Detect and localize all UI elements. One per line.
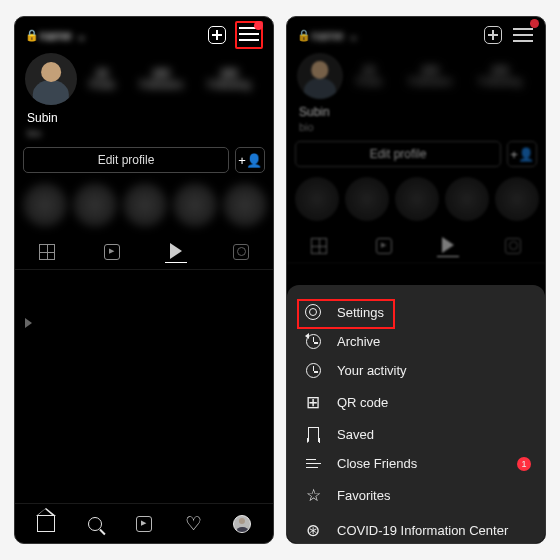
- profile-row: ##Posts ###Followers ###Following: [15, 53, 273, 109]
- bio: bio: [287, 121, 545, 141]
- menu-label: Your activity: [337, 363, 407, 378]
- create-button[interactable]: [205, 23, 229, 47]
- menu-qr[interactable]: ⊞ QR code: [287, 385, 545, 420]
- tab-reels[interactable]: [101, 241, 123, 263]
- edit-profile-button[interactable]: Edit profile: [23, 147, 229, 173]
- play-icon: [442, 237, 454, 253]
- notification-dot: [254, 21, 263, 30]
- tab-video[interactable]: [437, 235, 459, 257]
- menu-covid[interactable]: ⊛ COVID-19 Information Center: [287, 513, 545, 544]
- notification-dot: [530, 19, 539, 28]
- menu-settings[interactable]: Settings: [287, 297, 545, 327]
- bookmark-icon: [303, 427, 323, 442]
- menu-sheet: Settings Archive Your activity ⊞ QR code…: [287, 285, 545, 543]
- video-indicator-icon: [25, 318, 32, 328]
- edit-row: Edit profile +👤: [15, 147, 273, 183]
- menu-label: Saved: [337, 427, 374, 442]
- reels-icon: [104, 244, 120, 260]
- profile-row: ##Posts ###Followers ###Following: [287, 53, 545, 103]
- nav-home[interactable]: [34, 512, 58, 536]
- activity-icon: [303, 363, 323, 378]
- covid-icon: ⊛: [303, 520, 323, 541]
- header: 🔒 name ⌄: [287, 17, 545, 53]
- plus-icon: [484, 26, 502, 44]
- menu-label: COVID-19 Information Center: [337, 523, 508, 538]
- tab-tagged[interactable]: [502, 235, 524, 257]
- avatar[interactable]: [25, 53, 77, 105]
- nav-reels[interactable]: [132, 512, 156, 536]
- tab-reels[interactable]: [373, 235, 395, 257]
- heart-icon: ♡: [185, 514, 202, 533]
- menu-label: Settings: [337, 305, 384, 320]
- stats[interactable]: ##Posts ###Followers ###Following: [343, 65, 535, 87]
- menu-label: Archive: [337, 334, 380, 349]
- search-icon: [88, 517, 102, 531]
- gear-icon: [303, 304, 323, 320]
- profile-icon: [233, 515, 251, 533]
- username-dropdown[interactable]: name ⌄: [39, 28, 87, 43]
- header: 🔒 name ⌄: [15, 17, 273, 53]
- menu-label: QR code: [337, 395, 388, 410]
- stats[interactable]: ##Posts ###Followers ###Following: [77, 68, 263, 90]
- reels-icon: [376, 238, 392, 254]
- menu-activity[interactable]: Your activity: [287, 356, 545, 385]
- phone-left: 🔒 name ⌄ ##Posts ###Followers ###Followi…: [14, 16, 274, 544]
- play-icon: [170, 243, 182, 259]
- tab-tagged[interactable]: [230, 241, 252, 263]
- grid-icon: [311, 238, 327, 254]
- home-icon: [37, 516, 55, 532]
- menu-label: Favorites: [337, 488, 390, 503]
- phone-right: 🔒 name ⌄ ##Posts ###Followers ###Followi…: [286, 16, 546, 544]
- reels-icon: [136, 516, 152, 532]
- highlights[interactable]: [15, 183, 273, 235]
- menu-favorites[interactable]: ☆ Favorites: [287, 478, 545, 513]
- menu-button[interactable]: [239, 25, 259, 43]
- nav-search[interactable]: [83, 512, 107, 536]
- avatar[interactable]: [297, 53, 343, 99]
- bottom-nav: ♡: [15, 503, 273, 543]
- content-area: [15, 270, 273, 503]
- menu-button[interactable]: [511, 23, 535, 47]
- discover-people-button[interactable]: +👤: [507, 141, 537, 167]
- menu-close-friends[interactable]: Close Friends 1: [287, 449, 545, 478]
- lock-icon: 🔒: [25, 29, 39, 42]
- hamburger-icon: [513, 28, 533, 42]
- nav-profile[interactable]: [230, 512, 254, 536]
- badge: 1: [517, 457, 531, 471]
- highlight-menu-button: [235, 21, 263, 49]
- tagged-icon: [505, 238, 521, 254]
- edit-row: Edit profile +👤: [287, 141, 545, 177]
- tagged-icon: [233, 244, 249, 260]
- menu-archive[interactable]: Archive: [287, 327, 545, 356]
- menu-label: Close Friends: [337, 456, 417, 471]
- tab-grid[interactable]: [308, 235, 330, 257]
- edit-profile-button[interactable]: Edit profile: [295, 141, 501, 167]
- display-name: Subin: [287, 103, 545, 121]
- nav-activity[interactable]: ♡: [181, 512, 205, 536]
- lock-icon: 🔒: [297, 29, 311, 42]
- menu-saved[interactable]: Saved: [287, 420, 545, 449]
- username-dropdown[interactable]: name ⌄: [311, 28, 359, 43]
- highlights[interactable]: [287, 177, 545, 229]
- discover-people-button[interactable]: +👤: [235, 147, 265, 173]
- star-icon: ☆: [303, 485, 323, 506]
- profile-tabs: [15, 235, 273, 270]
- profile-tabs: [287, 229, 545, 264]
- qr-icon: ⊞: [303, 392, 323, 413]
- list-icon: [303, 456, 323, 471]
- archive-icon: [303, 334, 323, 349]
- display-name: Subin: [15, 109, 273, 127]
- plus-icon: [208, 26, 226, 44]
- tab-video[interactable]: [165, 241, 187, 263]
- create-button[interactable]: [481, 23, 505, 47]
- grid-icon: [39, 244, 55, 260]
- bio: bio: [15, 127, 273, 147]
- tab-grid[interactable]: [36, 241, 58, 263]
